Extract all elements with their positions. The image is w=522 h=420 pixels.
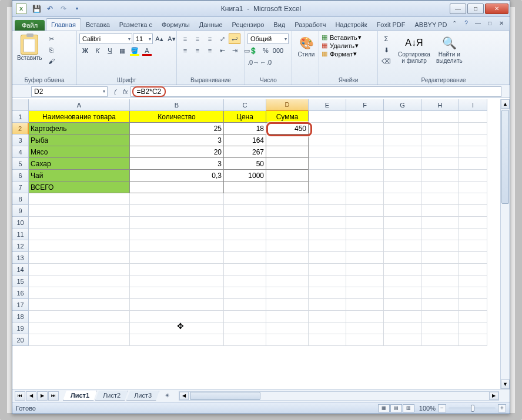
- cell[interactable]: [309, 111, 346, 123]
- cell[interactable]: [459, 299, 487, 311]
- cell[interactable]: [309, 193, 346, 205]
- cells-area[interactable]: Наименование товараКоличествоЦенаСуммаКа…: [29, 111, 500, 389]
- cell[interactable]: 20: [130, 146, 224, 158]
- row-header-13[interactable]: 13: [12, 252, 29, 264]
- cell[interactable]: [224, 264, 266, 275]
- cell[interactable]: [384, 264, 421, 275]
- cell[interactable]: [266, 252, 309, 264]
- align-top-icon[interactable]: ≡: [179, 33, 191, 44]
- cell[interactable]: [266, 217, 309, 229]
- cell[interactable]: [384, 205, 421, 217]
- cell[interactable]: [346, 264, 384, 275]
- cell[interactable]: [384, 217, 421, 229]
- col-header-c[interactable]: C: [224, 99, 266, 111]
- comma-icon[interactable]: 000: [272, 45, 284, 56]
- cell[interactable]: [309, 299, 346, 311]
- cell[interactable]: [29, 229, 130, 240]
- cell[interactable]: [309, 275, 346, 287]
- cell[interactable]: [421, 158, 459, 170]
- cell[interactable]: [459, 205, 487, 217]
- cell[interactable]: [266, 146, 309, 158]
- cell[interactable]: [346, 334, 384, 346]
- tab-home[interactable]: Главная: [46, 18, 81, 31]
- col-header-g[interactable]: G: [384, 99, 421, 111]
- row-header-5[interactable]: 5: [12, 158, 29, 170]
- horizontal-scrollbar[interactable]: ◀ ▶: [179, 391, 499, 401]
- cell[interactable]: [421, 135, 459, 146]
- bold-icon[interactable]: Ж: [79, 45, 91, 56]
- cell[interactable]: [459, 182, 487, 193]
- cell[interactable]: [346, 229, 384, 240]
- cell[interactable]: [346, 123, 384, 135]
- col-header-f[interactable]: F: [346, 99, 384, 111]
- italic-icon[interactable]: К: [92, 45, 103, 56]
- cell[interactable]: [309, 334, 346, 346]
- paste-button[interactable]: Вставить: [15, 33, 44, 62]
- cell[interactable]: [29, 252, 130, 264]
- cell[interactable]: [266, 205, 309, 217]
- delete-cells-button[interactable]: ▦Удалить ▾: [322, 42, 359, 49]
- cut-icon[interactable]: ✂: [45, 33, 57, 44]
- insert-cells-button[interactable]: ▦Вставить ▾: [322, 33, 362, 41]
- cell[interactable]: [384, 123, 421, 135]
- cell[interactable]: [224, 217, 266, 229]
- doc-close-icon[interactable]: ✕: [497, 18, 506, 28]
- cell[interactable]: [384, 182, 421, 193]
- view-break-icon[interactable]: ▥: [403, 404, 414, 412]
- cell[interactable]: ВСЕГО: [29, 182, 130, 193]
- cell[interactable]: 3: [130, 158, 224, 170]
- cell[interactable]: Рыба: [29, 135, 130, 146]
- cell[interactable]: [384, 322, 421, 334]
- row-header-20[interactable]: 20: [12, 334, 29, 346]
- cell[interactable]: [266, 170, 309, 182]
- cell[interactable]: [309, 123, 346, 135]
- cell[interactable]: [266, 264, 309, 275]
- cell[interactable]: [346, 135, 384, 146]
- cell[interactable]: [224, 240, 266, 252]
- row-header-7[interactable]: 7: [12, 182, 29, 193]
- col-header-b[interactable]: B: [130, 99, 224, 111]
- zoom-level[interactable]: 100%: [419, 405, 436, 412]
- cell[interactable]: [224, 334, 266, 346]
- cell[interactable]: [224, 287, 266, 299]
- indent-inc-icon[interactable]: ⇥: [229, 45, 240, 56]
- cell[interactable]: [309, 170, 346, 182]
- fill-icon[interactable]: ⬇: [380, 45, 392, 55]
- cell[interactable]: [29, 287, 130, 299]
- format-cells-button[interactable]: ▦Формат ▾: [322, 50, 357, 58]
- cell[interactable]: [29, 275, 130, 287]
- cell[interactable]: [309, 158, 346, 170]
- cell[interactable]: [421, 123, 459, 135]
- cell[interactable]: [130, 311, 224, 322]
- cell[interactable]: [309, 229, 346, 240]
- cell[interactable]: [346, 287, 384, 299]
- cell[interactable]: [309, 217, 346, 229]
- sheet-tab-3[interactable]: Лист3: [126, 391, 159, 401]
- help-icon[interactable]: ?: [461, 18, 471, 28]
- currency-icon[interactable]: 💲: [247, 45, 259, 56]
- row-header-4[interactable]: 4: [12, 146, 29, 158]
- cell[interactable]: [29, 334, 130, 346]
- cell[interactable]: [224, 205, 266, 217]
- row-header-10[interactable]: 10: [12, 217, 29, 229]
- cell[interactable]: [384, 111, 421, 123]
- cell[interactable]: [459, 146, 487, 158]
- cell[interactable]: 18: [224, 123, 266, 135]
- shrink-font-icon[interactable]: A▾: [166, 33, 178, 44]
- cell[interactable]: [266, 299, 309, 311]
- sheet-tab-2[interactable]: Лист2: [95, 391, 128, 401]
- cell[interactable]: [130, 275, 224, 287]
- cell[interactable]: 1000: [224, 170, 266, 182]
- cell[interactable]: [309, 135, 346, 146]
- cell[interactable]: [459, 287, 487, 299]
- row-header-17[interactable]: 17: [12, 299, 29, 311]
- cell[interactable]: [266, 311, 309, 322]
- formula-input[interactable]: =B2*C2: [130, 86, 501, 97]
- cell[interactable]: [459, 111, 487, 123]
- tab-data[interactable]: Данные: [195, 19, 227, 31]
- excel-icon[interactable]: X: [16, 4, 26, 14]
- cell[interactable]: [130, 299, 224, 311]
- align-left-icon[interactable]: ≡: [179, 45, 191, 56]
- col-header-d[interactable]: D: [266, 99, 309, 111]
- cell[interactable]: [130, 205, 224, 217]
